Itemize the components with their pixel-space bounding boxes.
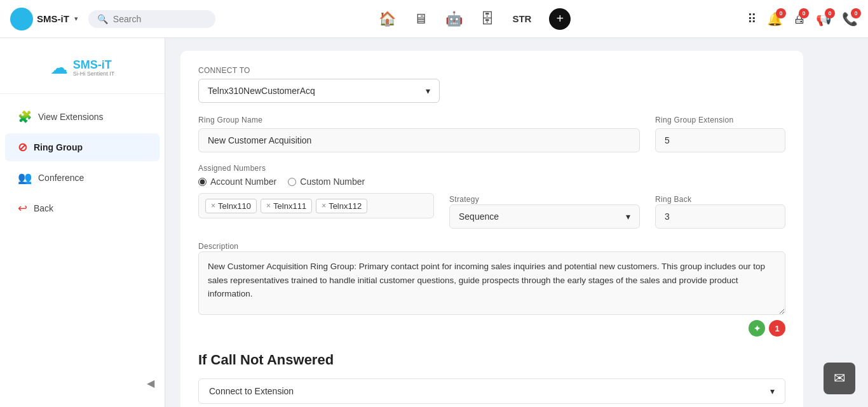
name-ext-row: Ring Group Name Ring Group Extension <box>198 116 785 152</box>
chevron-down-icon: ▾ <box>626 211 630 222</box>
sidebar-item-back[interactable]: ↩ Back <box>5 194 159 222</box>
description-group: Description New Customer Acquisition Rin… <box>198 240 785 337</box>
bell-icon-button[interactable]: 🔔0 <box>767 11 783 27</box>
megaphone-icon-button[interactable]: 📢0 <box>816 11 832 27</box>
form-card: CONNECT TO Telnx310NewCustomerAcq ▾ Ring… <box>180 51 803 407</box>
main-content: CONNECT TO Telnx310NewCustomerAcq ▾ Ring… <box>165 38 868 407</box>
ring-back-input[interactable] <box>655 204 785 229</box>
str-label[interactable]: STR <box>512 13 531 24</box>
nav-right-icons: ⠿ 🔔0 🖨0 📢0 📞0 <box>747 11 858 27</box>
ai-suggest-icon[interactable]: ✦ <box>749 320 765 337</box>
description-textarea[interactable]: New Customer Acquisition Ring Group: Pri… <box>198 251 785 315</box>
chevron-down-icon: ▾ <box>426 86 430 96</box>
collapse-icon: ◀ <box>147 377 154 389</box>
radio-account-label[interactable]: Account Number <box>198 177 276 187</box>
connect-to-label: CONNECT TO <box>198 66 785 75</box>
sidebar-logo-img: ☁ SMS-iT Si-Hi Sentient IT <box>50 57 115 78</box>
assigned-numbers-label: Assigned Numbers <box>198 164 785 173</box>
textarea-footer: ✦ 1 <box>198 320 785 337</box>
strategy-label: Strategy <box>449 195 479 204</box>
ring-group-ext-group: Ring Group Extension <box>655 116 785 152</box>
counter-icon: 1 <box>769 320 785 337</box>
if-call-not-answered-title: If Call Not Answered <box>198 352 785 368</box>
top-navigation: SMS-iT ▾ 🔍 🏠 🖥 🤖 🗄 STR + ⠿ 🔔0 🖨0 📢0 📞0 <box>0 0 868 38</box>
mail-icon: ✉ <box>834 370 845 387</box>
radio-account-text: Account Number <box>210 177 276 187</box>
ring-group-name-label: Ring Group Name <box>198 116 640 124</box>
description-label: Description <box>198 242 238 251</box>
megaphone-badge: 0 <box>825 8 835 18</box>
phone-icon-button[interactable]: 📞0 <box>842 11 858 27</box>
chevron-down-icon: ▾ <box>770 386 775 396</box>
brand-dropdown-arrow: ▾ <box>74 15 78 23</box>
ring-group-ext-label: Ring Group Extension <box>655 116 785 124</box>
ring-back-label: Ring Back <box>655 195 691 204</box>
bell-badge: 0 <box>776 8 786 18</box>
tag-label: Telnx112 <box>329 201 362 211</box>
tag-telnx110: × Telnx110 <box>205 199 257 213</box>
brand-logo[interactable]: SMS-iT ▾ <box>10 8 78 30</box>
tag-telnx112: × Telnx112 <box>316 199 367 213</box>
ring-group-ext-input[interactable] <box>655 128 785 152</box>
tag-remove-icon[interactable]: × <box>211 201 215 210</box>
sidebar-logo-text: SMS-iT <box>73 58 115 72</box>
add-button[interactable]: + <box>549 8 571 30</box>
radio-custom-text: Custom Number <box>300 177 365 187</box>
sidebar-collapse-button[interactable]: ◀ <box>0 372 165 394</box>
radio-custom-label[interactable]: Custom Number <box>288 177 365 187</box>
ring-back-group: Ring Back <box>655 193 785 229</box>
ring-group-name-input[interactable] <box>198 128 640 152</box>
cloud-icon: ☁ <box>50 57 68 78</box>
tag-label: Telnx110 <box>218 201 251 211</box>
sidebar-item-label: Back <box>34 203 53 213</box>
sidebar-item-conference[interactable]: 👥 Conference <box>5 164 159 192</box>
radio-account-input[interactable] <box>198 178 207 186</box>
strategy-value: Sequence <box>459 211 499 222</box>
robot-icon[interactable]: 🤖 <box>445 11 463 27</box>
tag-label: Telnx111 <box>273 201 306 211</box>
tag-remove-icon[interactable]: × <box>266 201 271 210</box>
back-icon: ↩ <box>18 201 27 215</box>
layout: ☁ SMS-iT Si-Hi Sentient IT 🧩 View Extens… <box>0 0 868 407</box>
connect-ext-dropdown[interactable]: Connect to Extension ▾ <box>198 378 785 404</box>
sidebar: ☁ SMS-iT Si-Hi Sentient IT 🧩 View Extens… <box>0 38 165 407</box>
monitor-icon[interactable]: 🖥 <box>414 11 428 27</box>
puzzle-icon: 🧩 <box>18 110 32 124</box>
search-icon: 🔍 <box>97 14 108 24</box>
tags-input[interactable]: × Telnx110 × Telnx111 × Telnx112 <box>198 193 434 218</box>
phone-badge: 0 <box>851 8 861 18</box>
connect-to-dropdown[interactable]: Telnx310NewCustomerAcq ▾ <box>198 79 440 103</box>
connect-to-value: Telnx310NewCustomerAcq <box>208 86 315 96</box>
radio-group: Account Number Custom Number <box>198 177 785 187</box>
sidebar-item-view-extensions[interactable]: 🧩 View Extensions <box>5 103 159 131</box>
tag-remove-icon[interactable]: × <box>322 201 326 210</box>
tags-group: × Telnx110 × Telnx111 × Telnx112 <box>198 193 434 229</box>
sidebar-item-label: Ring Group <box>34 142 83 152</box>
ring-group-name-group: Ring Group Name <box>198 116 640 152</box>
strategy-group: Strategy Sequence ▾ <box>449 193 640 229</box>
sidebar-item-label: View Extensions <box>38 112 103 122</box>
nav-center: 🏠 🖥 🤖 🗄 STR + <box>379 8 571 30</box>
grid-icon-button[interactable]: ⠿ <box>747 11 757 27</box>
sidebar-logo: ☁ SMS-iT Si-Hi Sentient IT <box>0 51 165 94</box>
search-bar[interactable]: 🔍 <box>88 10 215 28</box>
radio-custom-input[interactable] <box>288 178 296 186</box>
print-icon-button[interactable]: 🖨0 <box>793 11 806 26</box>
brand-circle <box>10 8 33 30</box>
ring-icon: ⊘ <box>18 140 27 154</box>
sidebar-item-ring-group[interactable]: ⊘ Ring Group <box>5 133 159 161</box>
sidebar-logo-sub: Si-Hi Sentient IT <box>73 70 115 77</box>
tag-telnx111: × Telnx111 <box>261 199 312 213</box>
home-icon[interactable]: 🏠 <box>379 11 396 27</box>
search-input[interactable] <box>113 14 202 24</box>
brand-name: SMS-iT <box>37 13 69 24</box>
print-badge: 0 <box>799 8 809 18</box>
server-icon[interactable]: 🗄 <box>480 11 494 27</box>
people-icon: 👥 <box>18 171 32 185</box>
mail-fab-button[interactable]: ✉ <box>824 363 855 394</box>
tags-strategy-row: × Telnx110 × Telnx111 × Telnx112 <box>198 193 785 229</box>
strategy-dropdown[interactable]: Sequence ▾ <box>449 204 640 229</box>
sidebar-item-label: Conference <box>38 173 84 183</box>
connect-ext-value: Connect to Extension <box>209 386 294 396</box>
